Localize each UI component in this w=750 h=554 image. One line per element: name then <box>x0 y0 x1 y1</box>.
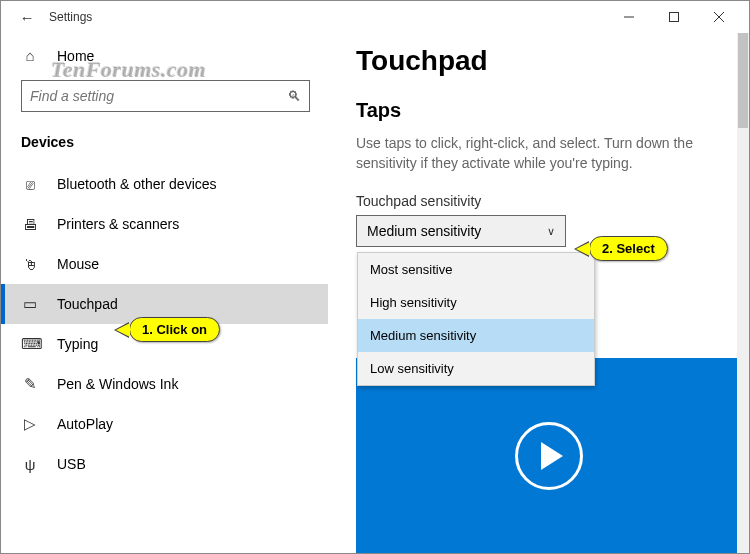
sidebar-item-label: Pen & Windows Ink <box>57 376 178 392</box>
pen-icon: ✎ <box>21 375 39 393</box>
sidebar-item-pen[interactable]: ✎ Pen & Windows Ink <box>1 364 328 404</box>
back-button[interactable]: ← <box>9 9 45 26</box>
page-title: Touchpad <box>356 45 725 77</box>
option-low-sensitivity[interactable]: Low sensitivity <box>358 352 594 385</box>
dropdown-value: Medium sensitivity <box>367 223 481 239</box>
sidebar-item-label: AutoPlay <box>57 416 113 432</box>
minimize-button[interactable] <box>606 2 651 32</box>
close-button[interactable] <box>696 2 741 32</box>
scrollbar-thumb[interactable] <box>738 33 748 128</box>
option-most-sensitive[interactable]: Most sensitive <box>358 253 594 286</box>
svg-rect-1 <box>669 13 678 22</box>
play-button[interactable] <box>515 422 583 490</box>
sidebar-home[interactable]: ⌂ Home <box>1 39 328 72</box>
sidebar-item-label: Bluetooth & other devices <box>57 176 217 192</box>
sidebar-item-mouse[interactable]: 🖰︎ Mouse <box>1 244 328 284</box>
sidebar-item-autoplay[interactable]: ▷ AutoPlay <box>1 404 328 444</box>
printer-icon: 🖶︎ <box>21 216 39 233</box>
sidebar: ⌂ Home 🔍︎ Devices ⎚ Bluetooth & other de… <box>1 33 328 553</box>
search-input[interactable] <box>30 88 287 104</box>
video-thumbnail[interactable] <box>356 358 741 553</box>
touchpad-icon: ▭ <box>21 295 39 313</box>
callout-select: 2. Select <box>589 236 668 261</box>
home-icon: ⌂ <box>21 47 39 64</box>
usb-icon: ψ <box>21 456 39 473</box>
sensitivity-dropdown-list: Most sensitive High sensitivity Medium s… <box>357 252 595 386</box>
play-icon <box>541 442 563 470</box>
chevron-down-icon: ∨ <box>547 225 555 238</box>
section-title-taps: Taps <box>356 99 725 122</box>
window-controls <box>606 2 741 32</box>
search-box[interactable]: 🔍︎ <box>21 80 310 112</box>
maximize-button[interactable] <box>651 2 696 32</box>
titlebar: ← Settings <box>1 1 749 33</box>
sidebar-item-label: USB <box>57 456 86 472</box>
category-header: Devices <box>1 124 328 164</box>
callout-click-on: 1. Click on <box>129 317 220 342</box>
sidebar-item-label: Mouse <box>57 256 99 272</box>
sidebar-item-printers[interactable]: 🖶︎ Printers & scanners <box>1 204 328 244</box>
bluetooth-icon: ⎚ <box>21 176 39 193</box>
sidebar-item-label: Typing <box>57 336 98 352</box>
main-panel: Touchpad Taps Use taps to click, right-c… <box>328 33 749 553</box>
autoplay-icon: ▷ <box>21 415 39 433</box>
sensitivity-dropdown[interactable]: Medium sensitivity ∨ Most sensitive High… <box>356 215 566 247</box>
sidebar-item-label: Printers & scanners <box>57 216 179 232</box>
window-title: Settings <box>49 10 92 24</box>
home-label: Home <box>57 48 94 64</box>
sensitivity-label: Touchpad sensitivity <box>356 193 725 209</box>
keyboard-icon: ⌨︎ <box>21 335 39 353</box>
sidebar-item-label: Touchpad <box>57 296 118 312</box>
sidebar-item-usb[interactable]: ψ USB <box>1 444 328 484</box>
mouse-icon: 🖰︎ <box>21 256 39 273</box>
option-medium-sensitivity[interactable]: Medium sensitivity <box>358 319 594 352</box>
scrollbar[interactable] <box>737 33 749 553</box>
section-desc: Use taps to click, right-click, and sele… <box>356 134 725 173</box>
search-icon: 🔍︎ <box>287 88 301 104</box>
option-high-sensitivity[interactable]: High sensitivity <box>358 286 594 319</box>
sidebar-item-bluetooth[interactable]: ⎚ Bluetooth & other devices <box>1 164 328 204</box>
